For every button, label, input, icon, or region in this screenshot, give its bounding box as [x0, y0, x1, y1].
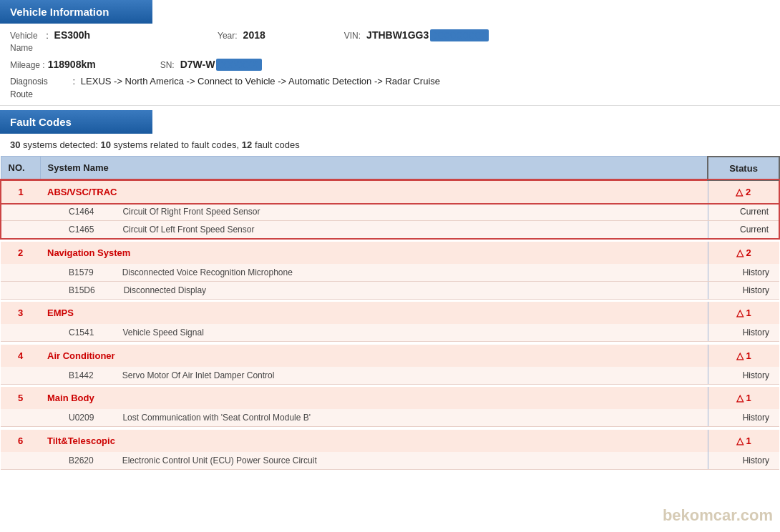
code-status-cell: History: [708, 324, 779, 342]
fault-codes-header: Fault Codes: [0, 110, 152, 134]
code-status-cell: History: [708, 264, 779, 282]
vehicle-info-header: Vehicle Information: [0, 0, 152, 24]
system-row: 2Navigation System△ 2: [1, 242, 779, 264]
system-no: 6: [1, 430, 40, 452]
sn-label: SN:: [160, 60, 175, 70]
summary-text3: fault codes: [255, 139, 300, 150]
vin-label: VIN:: [344, 31, 361, 41]
diagnosis-value: LEXUS -> North America -> Connect to Veh…: [81, 76, 440, 87]
col-no-header: NO.: [1, 157, 40, 180]
code-cell: U0209Lost Communication with 'Seat Contr…: [40, 409, 708, 427]
system-status: △ 1: [708, 302, 779, 324]
system-no: 5: [1, 387, 40, 409]
system-name: EMPS: [40, 302, 708, 324]
code-row: C1541Vehicle Speed SignalHistory: [1, 324, 779, 342]
code-row: C1464Circuit Of Right Front Speed Sensor…: [1, 203, 779, 221]
code-row: B2620Electronic Control Unit (ECU) Power…: [1, 452, 779, 470]
code-status-cell: History: [708, 367, 779, 385]
system-status: △ 2: [708, 180, 779, 203]
code-cell: B15D6Disconnected Display: [40, 281, 708, 299]
code-cell: C1465Circuit Of Left Front Speed Sensor: [40, 220, 708, 239]
vin-visible: JTHBW1GG3: [366, 29, 429, 41]
code-cell: B2620Electronic Control Unit (ECU) Power…: [40, 452, 708, 470]
fault-summary: 30 systems detected: 10 systems related …: [0, 134, 780, 156]
year-value: 2018: [243, 29, 265, 41]
system-status: △ 1: [708, 387, 779, 409]
system-no: 3: [1, 302, 40, 324]
system-name: Tilt&Telescopic: [40, 430, 708, 452]
system-row: 1ABS/VSC/TRAC△ 2: [1, 180, 779, 203]
mileage-value: 118908km: [48, 59, 96, 70]
system-status: △ 2: [708, 242, 779, 264]
code-cell: B1442Servo Motor Of Air Inlet Damper Con…: [40, 367, 708, 385]
code-cell: B1579Disconnected Voice Recognition Micr…: [40, 264, 708, 282]
code-status-cell: History: [708, 409, 779, 427]
vehicle-name-label: VehicleName: [10, 30, 38, 54]
col-status-header: Status: [708, 157, 779, 180]
vehicle-name-value: ES300h: [54, 29, 91, 41]
code-row: C1465Circuit Of Left Front Speed SensorC…: [1, 220, 779, 239]
system-name: ABS/VSC/TRAC: [40, 180, 708, 203]
code-row: U0209Lost Communication with 'Seat Contr…: [1, 409, 779, 427]
system-no: 2: [1, 242, 40, 264]
summary-text2: systems related to fault codes,: [114, 139, 242, 150]
code-row: B1442Servo Motor Of Air Inlet Damper Con…: [1, 367, 779, 385]
system-no: 4: [1, 345, 40, 367]
fault-systems: 10: [100, 139, 110, 150]
system-row: 6Tilt&Telescopic△ 1: [1, 430, 779, 452]
system-no: 1: [1, 180, 40, 203]
col-name-header: System Name: [40, 157, 708, 180]
sn-redacted: XXXXXX: [216, 59, 262, 71]
fault-codes-count: 12: [242, 139, 252, 150]
code-status-cell: Current: [708, 220, 779, 239]
code-row: B1579Disconnected Voice Recognition Micr…: [1, 264, 779, 282]
code-row: B15D6Disconnected DisplayHistory: [1, 281, 779, 299]
code-status-cell: Current: [708, 203, 779, 221]
mileage-label: Mileage :: [10, 60, 45, 70]
vehicle-details: VehicleName : ES300h Year: 2018 VIN: JTH…: [0, 24, 780, 106]
system-name: Main Body: [40, 387, 708, 409]
sn-visible: D7W-W: [180, 59, 215, 70]
system-status: △ 1: [708, 345, 779, 367]
system-name: Air Conditioner: [40, 345, 708, 367]
code-status-cell: History: [708, 452, 779, 470]
table-header-row: NO. System Name Status: [1, 157, 779, 180]
system-row: 5Main Body△ 1: [1, 387, 779, 409]
year-label: Year:: [218, 31, 238, 41]
system-row: 3EMPS△ 1: [1, 302, 779, 324]
code-cell: C1541Vehicle Speed Signal: [40, 324, 708, 342]
summary-text1: systems detected:: [23, 139, 100, 150]
diagnosis-label: DiagnosisRoute: [10, 75, 67, 101]
vin-redacted: XXXXXXXX: [430, 29, 488, 41]
code-cell: C1464Circuit Of Right Front Speed Sensor: [40, 203, 708, 221]
system-name: Navigation System: [40, 242, 708, 264]
total-systems: 30: [10, 139, 20, 150]
fault-table: NO. System Name Status 1ABS/VSC/TRAC△ 2C…: [0, 156, 780, 470]
system-status: △ 1: [708, 430, 779, 452]
system-row: 4Air Conditioner△ 1: [1, 345, 779, 367]
code-status-cell: History: [708, 281, 779, 299]
